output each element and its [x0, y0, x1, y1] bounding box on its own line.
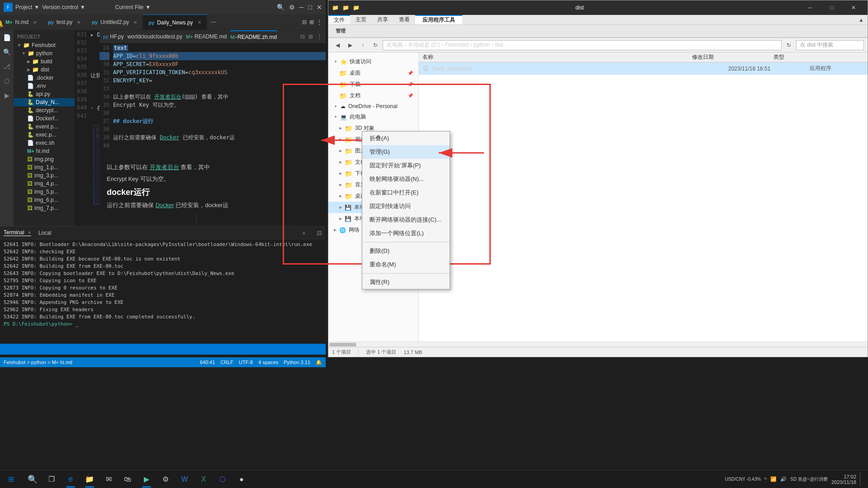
fe-sidebar-this-pc[interactable]: ▼ 💻 此电脑 — [328, 111, 418, 123]
tree-item-dockerf[interactable]: 📄 Dockerf... — [14, 114, 75, 123]
ide-search-btn[interactable]: 🔍 — [277, 4, 285, 11]
fe-address-bar[interactable]: 此电脑 › 本地磁盘 (D:) › Feishubot › python › d… — [383, 40, 782, 50]
ide-version-control-label[interactable]: Version control ▼ — [42, 4, 85, 10]
tree-item-exec-p[interactable]: 🐍 exec.p... — [14, 131, 75, 139]
fe-ribbon-expand-btn[interactable]: ▲ — [859, 17, 864, 23]
tab2-readme[interactable]: M+ README.md — [197, 33, 227, 40]
tree-item-build[interactable]: ▶ 📁 build — [14, 57, 75, 66]
status-notification-icon[interactable]: 🔔 — [316, 360, 322, 365]
ide-maximize-btn[interactable]: □ — [308, 4, 312, 11]
tab-close-untitled2[interactable]: ✕ — [133, 20, 137, 25]
tree-item-decrypt[interactable]: 🐍 decrypt... — [14, 106, 75, 114]
ide-minimize-btn[interactable]: ─ — [299, 4, 304, 11]
taskbar-vs-btn[interactable]: ⬡ — [213, 470, 232, 488]
ide-project-label[interactable]: Project ▼ — [15, 4, 39, 10]
fe-ribbon-tab-view[interactable]: 查看 — [394, 15, 415, 24]
taskbar-show-desktop-btn[interactable] — [860, 472, 863, 487]
fe-ribbon-tab-share[interactable]: 共享 — [372, 15, 394, 24]
taskbar-terminal-btn[interactable]: ▶ — [138, 470, 156, 488]
tree-item-img1[interactable]: 🖼 img_1.p... — [14, 163, 75, 171]
terminal-output[interactable]: 52641 INFO: Bootloader D:\Anaconda\Lib\s… — [0, 239, 326, 344]
tab-daily-news-py[interactable]: py Daily_News.py ✕ — [143, 14, 207, 30]
ctx-item-open-new[interactable]: 在新窗口中打开(E) — [362, 186, 450, 199]
fe-hscrollbar[interactable] — [328, 341, 868, 347]
editor-layout-btn[interactable]: ⊞ — [309, 19, 314, 25]
terminal-add-btn[interactable]: + — [302, 229, 306, 237]
taskbar-edge-btn[interactable]: e — [62, 470, 80, 488]
fe-sidebar-quick-access[interactable]: ▼ ⭐ 快速访问 — [328, 56, 418, 67]
fe-nav-up-btn[interactable]: ↑ — [357, 40, 368, 51]
fe-sidebar-onedrive[interactable]: ▼ ☁ OneDrive - Personal — [328, 101, 418, 111]
tree-item-dist[interactable]: ▶ 📁 dist — [14, 66, 75, 74]
sidebar-explorer-icon[interactable]: 📄 — [3, 34, 11, 41]
fe-sidebar-desktop[interactable]: 📁 桌面 📌 — [328, 67, 418, 79]
tab-hi-md[interactable]: M+ hi.md ✕ — [0, 14, 43, 30]
ide-settings-btn[interactable]: ⚙ — [289, 4, 295, 11]
taskbar-excel-btn[interactable]: X — [194, 470, 213, 488]
taskbar-search-btn[interactable]: 🔍 — [24, 470, 42, 488]
tab2-menu-btn[interactable]: ⋮ — [317, 33, 322, 40]
tab2-readme-zh[interactable]: M+ README.zh.md — [230, 30, 277, 43]
fe-sidebar-docs[interactable]: 📁 文档 📌 — [328, 90, 418, 101]
tree-item-img7[interactable]: 🖼 img_7.p... — [14, 204, 75, 212]
tree-item-feishubot[interactable]: ▼ 📁 Feishubot — [14, 41, 75, 49]
tab-close-daily-news[interactable]: ✕ — [198, 20, 201, 25]
terminal-split-btn[interactable]: ⊟ — [317, 229, 322, 237]
tree-item-docker[interactable]: 📄 .docker — [14, 74, 75, 82]
fe-close-btn[interactable]: ✕ — [843, 0, 864, 15]
terminal-tab-terminal[interactable]: Terminal ✕ — [4, 229, 31, 236]
fe-ribbon-tab-file[interactable]: 文件 — [328, 15, 350, 24]
terminal-tab-close[interactable]: ✕ — [28, 230, 31, 235]
tab2-layout-btn[interactable]: ⊞ — [308, 33, 313, 40]
ctx-item-disconnect[interactable]: 断开网络驱动器的连接(C)... — [362, 213, 450, 227]
ctx-item-fold[interactable]: 折叠(A) — [362, 132, 450, 145]
tab-untitled2-py[interactable]: py Untitled2.py ✕ — [86, 14, 143, 30]
fe-nav-back-btn[interactable]: ◀ — [332, 40, 343, 51]
ctx-item-delete[interactable]: 删除(D) — [362, 244, 450, 258]
fe-ribbon-tab-app-tools[interactable]: 应用程序工具 — [415, 15, 462, 24]
ctx-item-add-network[interactable]: 添加一个网络位置(L) — [362, 227, 450, 240]
tab-close-hi-md[interactable]: ✕ — [33, 20, 37, 25]
tree-item-exec-sh[interactable]: 📄 exec.sh — [14, 139, 75, 147]
tree-item-event[interactable]: 🐍 event.p... — [14, 123, 75, 131]
sidebar-extensions-icon[interactable]: ⬡ — [4, 77, 9, 85]
tree-item-api-py[interactable]: 🐍 api.py — [14, 90, 75, 98]
taskbar-chevron-icon[interactable]: ^ — [764, 477, 767, 482]
ctx-item-map-drive[interactable]: 映射网络驱动器(N)... — [362, 172, 450, 186]
tab2-split-btn[interactable]: ⊟ — [300, 33, 305, 40]
tab-more-btn[interactable]: ⋯ — [207, 14, 220, 30]
ctx-item-pin-start[interactable]: 固定到'开始'屏幕(P) — [362, 159, 450, 172]
editor-split-btn[interactable]: ⊟ — [302, 19, 307, 25]
taskbar-outlook-btn[interactable]: ✉ — [100, 470, 118, 488]
sidebar-git-icon[interactable]: ⎇ — [3, 63, 10, 70]
tab-test-py[interactable]: py test.py ✕ — [43, 14, 86, 30]
ide-close-btn[interactable]: ✕ — [317, 4, 322, 11]
taskbar-explorer-btn[interactable]: 📁 — [81, 470, 99, 488]
tree-item-img6[interactable]: 🖼 img_6.p... — [14, 196, 75, 204]
taskbar-settings-btn[interactable]: ⚙ — [157, 470, 175, 488]
tree-item-hi-md[interactable]: M+ hi.md — [14, 147, 75, 155]
fe-minimize-btn[interactable]: ─ — [800, 0, 821, 15]
ide-current-file-label[interactable]: Current File ▼ — [115, 4, 151, 10]
tree-item-img4[interactable]: 🖼 img_4.p... — [14, 180, 75, 188]
tree-item-python[interactable]: ▼ 📁 python — [14, 49, 75, 57]
ctx-item-rename[interactable]: 重命名(M) — [362, 258, 450, 271]
sidebar-run-icon[interactable]: ▶ — [5, 92, 9, 99]
fe-nav-refresh-btn[interactable]: ↻ — [370, 40, 381, 51]
tree-item-env[interactable]: 📄 .env — [14, 82, 75, 90]
fe-sidebar-download[interactable]: 📁 下载 📌 — [328, 79, 418, 90]
tree-item-daily-news[interactable]: 🐍 Daily_N... — [14, 98, 75, 106]
tree-item-img5[interactable]: 🖼 img_5.p... — [14, 188, 75, 196]
fe-search-bar[interactable]: 在 dist 中搜索 — [796, 40, 864, 50]
fe-maximize-btn[interactable]: □ — [821, 0, 842, 15]
notification-bell-icon[interactable]: 🔔 — [0, 19, 4, 28]
ctx-item-manage[interactable]: 管理(G) — [362, 145, 450, 159]
fe-ribbon-tab-home[interactable]: 主页 — [350, 15, 372, 24]
fe-nav-forward-btn[interactable]: ▶ — [345, 40, 356, 51]
sidebar-search-icon[interactable]: 🔍 — [3, 48, 11, 56]
ctx-item-properties[interactable]: 属性(R) — [362, 275, 450, 289]
taskbar-store-btn[interactable]: 🛍 — [119, 470, 137, 488]
editor-menu-btn[interactable]: ⋮ — [317, 19, 322, 25]
tree-item-img3[interactable]: 🖼 img_3.p... — [14, 171, 75, 180]
fe-address-refresh-btn[interactable]: ↻ — [783, 40, 794, 51]
